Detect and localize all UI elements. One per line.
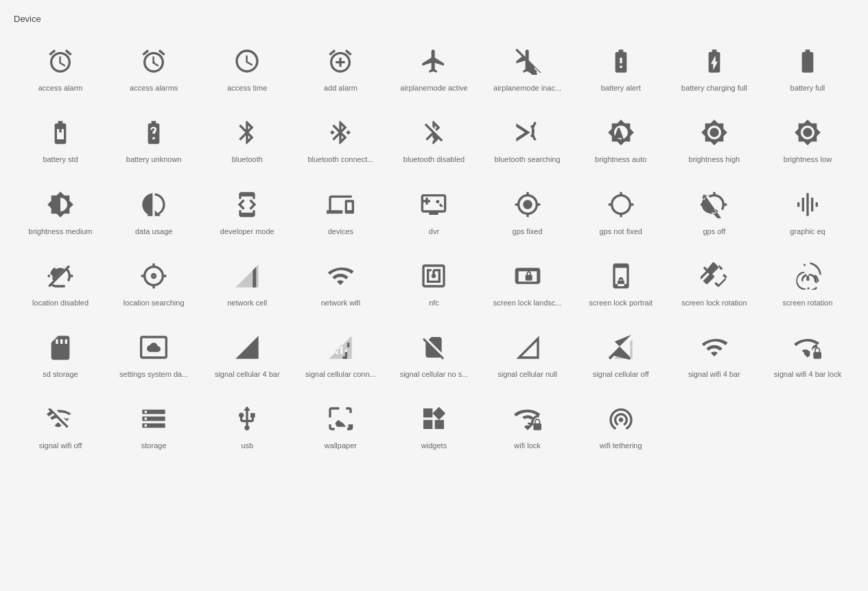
devices-icon xyxy=(324,188,357,221)
icon-item-bluetooth-disabled: bluetooth disabled xyxy=(387,109,480,174)
icon-item-battery-alert: battery alert xyxy=(574,38,668,102)
airplanemode-active-label: airplanemode active xyxy=(400,83,467,93)
signal-cellular-no-sim-icon xyxy=(417,331,450,364)
screen-lock-portrait-icon xyxy=(605,259,637,292)
sd-storage-label: sd storage xyxy=(43,369,78,379)
wifi-tethering-icon xyxy=(605,402,637,435)
icon-item-signal-wifi-4-bar: signal wifi 4 bar xyxy=(668,324,761,389)
access-alarm-label: access alarm xyxy=(38,83,83,93)
svg-point-1 xyxy=(709,128,718,137)
wallpaper-label: wallpaper xyxy=(325,441,357,450)
icon-item-brightness-high: brightness high xyxy=(668,109,761,174)
bluetooth-disabled-label: bluetooth disabled xyxy=(403,154,465,164)
icon-item-network-cell: network cell xyxy=(200,253,294,317)
gps-fixed-label: gps fixed xyxy=(513,227,543,236)
network-cell-label: network cell xyxy=(227,298,267,308)
widgets-icon xyxy=(417,402,450,435)
screen-lock-rotation-label: screen lock rotation xyxy=(681,298,747,308)
icon-item-bluetooth-searching: bluetooth searching xyxy=(481,109,574,174)
signal-wifi-4-bar-lock-label: signal wifi 4 bar lock xyxy=(774,369,841,379)
icon-item-signal-cellular-null: signal cellular null xyxy=(481,324,574,389)
signal-wifi-off-icon xyxy=(44,402,77,435)
icon-item-brightness-medium: brightness medium xyxy=(14,181,107,246)
airplanemode-active-icon xyxy=(417,45,450,78)
signal-cellular-no-sim-label: signal cellular no s... xyxy=(400,369,469,379)
widgets-label: widgets xyxy=(421,441,447,450)
icon-item-access-time: access time xyxy=(200,38,294,102)
usb-label: usb xyxy=(241,441,253,450)
brightness-auto-label: brightness auto xyxy=(595,154,646,164)
bluetooth-searching-label: bluetooth searching xyxy=(495,154,561,164)
screen-rotation-icon xyxy=(791,259,824,292)
battery-full-label: battery full xyxy=(790,83,825,93)
graphic-eq-icon xyxy=(791,188,824,221)
icon-item-access-alarms: access alarms xyxy=(107,38,200,102)
brightness-medium-icon xyxy=(44,188,77,221)
icon-item-airplanemode-active: airplanemode active xyxy=(387,38,480,102)
bluetooth-connected-icon xyxy=(324,116,357,149)
signal-wifi-4-bar-lock-icon xyxy=(791,331,824,364)
battery-unknown-icon xyxy=(137,116,170,149)
battery-unknown-label: battery unknown xyxy=(126,154,182,164)
storage-icon xyxy=(137,402,170,435)
access-alarm-icon xyxy=(44,45,77,78)
icon-item-brightness-auto: brightness auto xyxy=(574,109,668,174)
icon-item-gps-not-fixed: gps not fixed xyxy=(574,181,668,246)
access-time-label: access time xyxy=(227,83,267,93)
access-alarms-icon xyxy=(137,45,170,78)
signal-cellular-4-bar-icon xyxy=(231,331,263,364)
battery-full-icon xyxy=(791,45,824,78)
network-cell-icon xyxy=(231,259,263,292)
battery-alert-label: battery alert xyxy=(601,83,641,93)
icon-item-signal-wifi-4-bar-lock: signal wifi 4 bar lock xyxy=(761,324,854,389)
wifi-tethering-label: wifi tethering xyxy=(600,441,642,450)
icon-item-airplanemode-inactive: airplanemode inac... xyxy=(481,38,574,102)
icon-item-location-disabled: location disabled xyxy=(14,253,107,317)
icon-item-data-usage: data usage xyxy=(107,181,200,246)
icon-item-location-searching: location searching xyxy=(107,253,200,317)
battery-std-label: battery std xyxy=(43,154,78,164)
signal-cellular-connected-label: signal cellular conn... xyxy=(305,369,376,379)
location-searching-label: location searching xyxy=(124,298,185,308)
icon-item-devices: devices xyxy=(294,181,387,246)
battery-alert-icon xyxy=(605,45,637,78)
bluetooth-disabled-icon xyxy=(417,116,450,149)
icon-item-widgets: widgets xyxy=(387,395,480,460)
access-time-icon xyxy=(231,45,263,78)
signal-wifi-4-bar-icon xyxy=(698,331,731,364)
signal-cellular-off-icon xyxy=(605,331,637,364)
icon-item-screen-lock-landscape: screen lock landsc... xyxy=(481,253,574,317)
battery-charging-full-label: battery charging full xyxy=(681,83,747,93)
icon-item-add-alarm: add alarm xyxy=(294,38,387,102)
gps-not-fixed-icon xyxy=(605,188,637,221)
access-alarms-label: access alarms xyxy=(130,83,178,93)
icon-item-wifi-tethering: wifi tethering xyxy=(574,395,668,460)
signal-wifi-off-label: signal wifi off xyxy=(39,441,82,450)
icon-item-battery-full: battery full xyxy=(761,38,854,102)
icon-item-access-alarm: access alarm xyxy=(14,38,107,102)
airplanemode-inactive-icon xyxy=(511,45,544,78)
dvr-icon xyxy=(417,188,450,221)
data-usage-icon xyxy=(137,188,170,221)
settings-system-daydream-label: settings system da... xyxy=(119,369,188,379)
icon-item-wallpaper: wallpaper xyxy=(294,395,387,460)
network-wifi-icon xyxy=(324,259,357,292)
gps-fixed-icon xyxy=(511,188,544,221)
icon-item-signal-cellular-no-sim: signal cellular no s... xyxy=(387,324,480,389)
nfc-icon xyxy=(417,259,450,292)
bluetooth-searching-icon xyxy=(511,116,544,149)
brightness-medium-label: brightness medium xyxy=(29,227,93,236)
icon-item-graphic-eq: graphic eq xyxy=(761,181,854,246)
bluetooth-label: bluetooth xyxy=(232,154,263,164)
bluetooth-connected-label: bluetooth connect... xyxy=(307,154,373,164)
signal-cellular-null-icon xyxy=(511,331,544,364)
storage-label: storage xyxy=(141,441,167,450)
icon-item-screen-lock-rotation: screen lock rotation xyxy=(668,253,761,317)
signal-wifi-4-bar-label: signal wifi 4 bar xyxy=(688,369,740,379)
icon-grid: access alarm access alarms access time a… xyxy=(14,38,854,461)
icon-item-gps-fixed: gps fixed xyxy=(481,181,574,246)
brightness-high-icon xyxy=(698,116,731,149)
location-searching-icon xyxy=(137,259,170,292)
section-title: Device xyxy=(14,14,854,24)
screen-lock-landscape-icon xyxy=(511,259,544,292)
